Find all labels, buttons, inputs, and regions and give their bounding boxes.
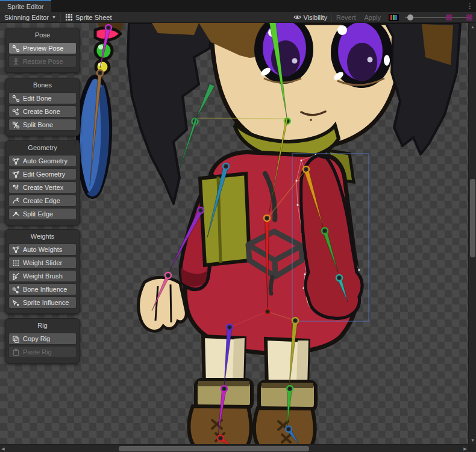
vertical-scrollbar[interactable]: ▲ ▼ [468,23,476,444]
tool-button-label: Weight Slider [23,259,62,266]
tool-button-label: Edit Bone [23,95,52,102]
tool-button-label: Bone Influence [23,286,67,293]
slider-handle[interactable] [407,14,413,20]
tool-group-geometry: GeometryAuto GeometryEdit GeometryCreate… [5,140,80,225]
tool-group-title: Geometry [8,143,77,154]
visibility-toggle[interactable]: Visibility [289,12,332,23]
tool-button-label: Auto Weights [23,246,62,253]
tool-button-label: Auto Geometry [23,157,67,165]
toolbar: Skinning Editor ▼ Sprite Sheet Visibilit… [0,12,476,23]
sprite-sheet-button[interactable]: Sprite Sheet [61,12,116,23]
network-icon [12,246,20,254]
red-bar [390,15,392,20]
green-bar [393,15,395,20]
tool-button-label: Paste Rig [23,348,52,356]
tool-group-title: Rig [8,321,77,331]
tool-button-label: Restore Pose [23,58,63,65]
pointer-dot-icon [12,299,20,307]
edit-bone-button[interactable]: Edit Bone [8,92,77,104]
sprite-editor-window: Sprite Editor ⋮ Skinning Editor ▼ Sprite… [0,0,476,452]
tool-button-label: Split Edge [23,210,53,218]
tool-group-title: Bones [8,80,77,91]
color-swatch-button[interactable] [389,14,399,21]
tool-group-title: Weights [8,231,77,242]
panel-tail [74,139,85,146]
create-edge-button[interactable]: Create Edge [8,195,77,207]
hair-left [128,23,212,204]
bone-dot-icon [12,286,20,293]
charm [78,23,124,196]
apply-button[interactable]: Apply [360,12,385,23]
weight-brush-button[interactable]: Weight Brush [8,270,77,282]
sprite-influence-button[interactable]: Sprite Influence [8,297,77,309]
tool-button-label: Edit Geometry [23,171,65,178]
tool-button-label: Sprite Influence [23,299,69,306]
tool-button-label: Copy Rig [23,335,50,342]
auto-geometry-button[interactable]: Auto Geometry [8,155,77,167]
auto-weights-button[interactable]: Auto Weights [8,243,77,256]
create-bone-button[interactable]: Create Bone [8,105,77,118]
sprite-sheet-grid-icon [65,13,73,21]
tool-group-title: Pose [8,30,77,41]
tab-strip: Sprite Editor ⋮ [0,0,476,12]
character-sprite [78,23,460,444]
window-menu-icon[interactable]: ⋮ [466,1,474,11]
brush-icon [12,272,20,280]
restore-pose-button: Restore Pose [8,55,77,67]
paste-icon [12,348,20,356]
edit-geometry-button[interactable]: Edit Geometry [8,168,77,180]
eye-icon [293,13,301,21]
toolbar-right-group: Visibility Revert Apply [289,12,476,23]
horizontal-scroll-thumb[interactable] [119,446,309,451]
opacity-slider[interactable] [402,12,474,23]
edge-icon [12,197,20,205]
copy-rig-button[interactable]: Copy Rig [8,333,77,345]
slider-track [405,17,471,18]
tool-button-label: Weight Brush [23,272,63,280]
bone-icon [12,45,20,52]
paste-rig-button: Paste Rig [8,346,77,358]
scrollbar-corner [468,444,476,452]
horizontal-scrollbar[interactable]: ◀ ▶ [0,444,468,452]
scroll-up-icon[interactable]: ▲ [469,24,476,30]
preview-pose-button[interactable]: Preview Pose [8,42,77,54]
bone-plus-icon [12,108,20,116]
split-bone-button[interactable]: Split Bone [8,119,77,131]
tab-title: Sprite Editor [7,3,44,10]
copy-icon [12,335,20,343]
bone-influence-button[interactable]: Bone Influence [8,283,77,295]
grid-icon [12,259,20,267]
create-vertex-button[interactable]: Create Vertex [8,181,77,193]
vertical-scroll-thumb[interactable] [470,179,475,257]
mode-dropdown[interactable]: Skinning Editor ▼ [0,12,60,23]
revert-button[interactable]: Revert [332,12,360,23]
weight-slider-button[interactable]: Weight Slider [8,257,77,269]
tool-group-rig: RigCopy RigPaste Rig [5,318,80,363]
tool-button-label: Create Vertex [23,184,63,191]
tool-group-bones: BonesEdit BoneCreate BoneSplit Bone [5,78,80,136]
tool-button-label: Create Edge [23,197,60,204]
edge-split-icon [12,210,20,218]
tool-group-pose: PosePreview PoseRestore Pose [5,28,80,73]
scarf-tail [200,174,249,265]
toolbar-separator [116,13,116,22]
scroll-down-icon[interactable]: ▼ [469,438,476,443]
chevron-down-icon: ▼ [52,15,56,19]
network-icon [12,157,20,165]
tool-group-weights: WeightsAuto WeightsWeight SliderWeight B… [5,229,80,314]
scroll-right-icon[interactable]: ▶ [462,446,468,451]
hair-green-bone-upper[interactable] [196,84,215,118]
mesh-opacity-icon[interactable] [466,14,472,20]
scroll-left-icon[interactable]: ◀ [0,446,6,451]
tool-button-label: Preview Pose [23,45,63,52]
split-edge-button[interactable]: Split Edge [8,208,77,220]
sprite-opacity-icon[interactable] [446,14,452,20]
tool-button-label: Create Bone [23,108,60,115]
bone-slash-icon [12,121,20,129]
vertex-icon [12,184,20,192]
tab-sprite-editor[interactable]: Sprite Editor [0,0,51,12]
network-icon [12,171,20,178]
blue-bar [395,15,397,20]
person-icon [12,58,20,66]
tool-button-label: Split Bone [23,121,53,128]
